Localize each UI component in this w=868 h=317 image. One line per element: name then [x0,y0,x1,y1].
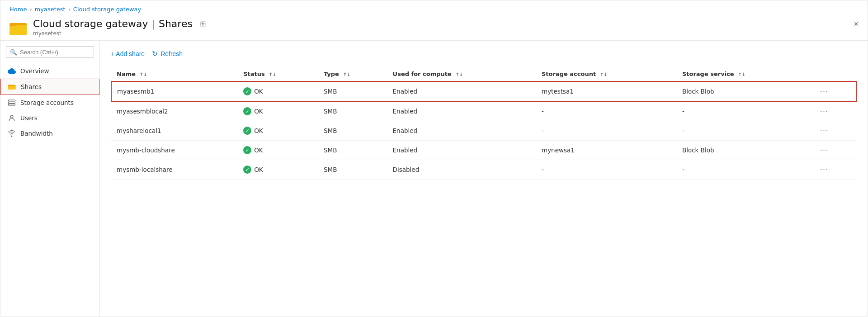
cell-more: ··· [813,141,856,160]
sidebar-item-users[interactable]: Users [0,110,99,126]
cell-status: ✓ OK [238,121,318,141]
cell-status: ✓ OK [238,81,318,101]
nav-label-users: Users [20,114,38,122]
cell-storage-service: - [677,121,813,141]
svg-rect-8 [9,104,15,105]
cloud-icon [8,67,16,75]
cell-storage-service: - [677,101,813,121]
breadcrumb-sep1: › [29,6,32,13]
col-actions [813,67,856,81]
title-section: Shares [159,18,193,29]
sidebar-item-shares[interactable]: Shares [0,79,99,95]
more-button[interactable]: ··· [818,106,830,116]
col-storage-service[interactable]: Storage service ↑↓ [677,67,813,81]
status-ok-icon: ✓ [243,146,251,154]
cell-type: SMB [318,81,387,101]
table-row[interactable]: myasesmb1 ✓ OK SMB Enabled mytestsa1 Blo… [111,81,856,101]
refresh-label: Refresh [160,50,183,57]
pin-icon[interactable]: ⊞ [200,19,206,28]
cell-storage-service: Block Blob [677,81,813,101]
breadcrumb-home[interactable]: Home [9,6,27,13]
status-text: OK [254,88,263,95]
col-compute[interactable]: Used for compute ↑↓ [387,67,536,81]
nav-label-shares: Shares [21,83,42,90]
cell-more: ··· [813,101,856,121]
refresh-button[interactable]: ↻ Refresh [152,48,183,60]
cell-status: ✓ OK [238,101,318,121]
sidebar-item-storage-accounts[interactable]: Storage accounts [0,95,99,110]
svg-rect-4 [8,86,16,90]
cell-type: SMB [318,141,387,160]
resource-subtitle: myasetest [33,30,206,37]
table-row[interactable]: mysharelocal1 ✓ OK SMB Enabled - - ··· [111,121,856,141]
svg-rect-2 [9,23,17,26]
content-area: + Add share ↻ Refresh Name ↑↓ Status ↑↓ … [100,41,868,317]
cell-storage-account: mynewsa1 [536,141,677,160]
add-share-label: + Add share [111,50,145,57]
storage-icon [8,99,16,107]
more-button[interactable]: ··· [818,126,830,136]
cell-compute: Enabled [387,101,536,121]
col-name[interactable]: Name ↑↓ [111,67,238,81]
resource-icon [9,19,28,36]
cell-type: SMB [318,160,387,180]
breadcrumb-sep2: › [68,6,71,13]
search-icon: 🔍 [10,49,17,56]
close-button[interactable]: × [854,20,859,28]
main-layout: 🔍 « Overview Shares Storage accounts Use… [0,40,868,317]
status-ok-icon: ✓ [243,107,251,115]
cell-more: ··· [813,121,856,141]
cell-compute: Disabled [387,160,536,180]
svg-point-9 [10,115,13,118]
title-separator: | [152,18,155,29]
nav-label-bandwidth: Bandwidth [20,130,53,137]
header-title-block: Cloud storage gateway | Shares ⊞ myasete… [33,18,206,37]
col-status[interactable]: Status ↑↓ [238,67,318,81]
add-share-button[interactable]: + Add share [111,48,145,59]
sidebar-item-overview[interactable]: Overview [0,63,99,79]
cell-name: mysmb-cloudshare [111,141,238,160]
status-ok-icon: ✓ [243,127,251,135]
cell-storage-account: - [536,101,677,121]
status-ok-icon: ✓ [243,87,251,95]
app-container: Home › myasetest › Cloud storage gateway… [0,0,868,317]
cell-compute: Enabled [387,121,536,141]
col-storage-account[interactable]: Storage account ↑↓ [536,67,677,81]
status-ok-icon: ✓ [243,166,251,174]
svg-rect-7 [9,102,15,104]
more-button[interactable]: ··· [818,145,830,155]
cell-compute: Enabled [387,81,536,101]
search-box[interactable]: 🔍 « [6,46,94,58]
cell-storage-service: - [677,160,813,180]
nav-label-storage-accounts: Storage accounts [20,99,74,106]
cell-type: SMB [318,101,387,121]
folder-icon [8,83,16,91]
sidebar-item-bandwidth[interactable]: Bandwidth [0,126,99,141]
cell-storage-account: mytestsa1 [536,81,677,101]
breadcrumb-current: Cloud storage gateway [73,6,141,13]
table-header: Name ↑↓ Status ↑↓ Type ↑↓ Used for compu… [111,67,856,81]
more-button[interactable]: ··· [818,165,830,175]
cell-name: mysharelocal1 [111,121,238,141]
svg-rect-6 [9,100,15,101]
cell-name: mysmb-localshare [111,160,238,180]
table-row[interactable]: mysmb-localshare ✓ OK SMB Disabled - - ·… [111,160,856,180]
col-type[interactable]: Type ↑↓ [318,67,387,81]
more-button[interactable]: ··· [818,86,830,96]
search-input[interactable] [20,49,96,56]
cell-status: ✓ OK [238,141,318,160]
sidebar: 🔍 « Overview Shares Storage accounts Use… [0,41,100,317]
svg-rect-1 [9,25,27,35]
table-row[interactable]: myasesmblocal2 ✓ OK SMB Enabled - - ··· [111,101,856,121]
cell-more: ··· [813,81,856,101]
refresh-icon: ↻ [152,50,158,58]
cell-name: myasesmblocal2 [111,101,238,121]
table-row[interactable]: mysmb-cloudshare ✓ OK SMB Enabled mynews… [111,141,856,160]
breadcrumb-device[interactable]: myasetest [35,6,66,13]
shares-table: Name ↑↓ Status ↑↓ Type ↑↓ Used for compu… [111,67,857,180]
cell-storage-account: - [536,160,677,180]
status-text: OK [254,166,263,173]
table-body: myasesmb1 ✓ OK SMB Enabled mytestsa1 Blo… [111,81,856,180]
nav-container: Overview Shares Storage accounts Users B… [0,63,99,141]
nav-label-overview: Overview [20,67,49,75]
